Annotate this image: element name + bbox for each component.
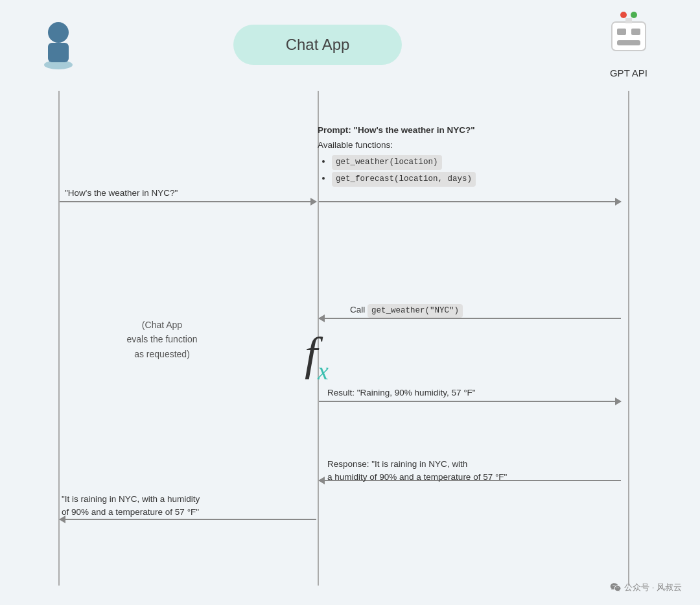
svg-rect-6 xyxy=(617,29,626,35)
svg-rect-8 xyxy=(617,40,640,45)
prompt-line2: Available functions: xyxy=(318,138,570,153)
func-symbol: fx xyxy=(305,331,329,383)
prompt-line1: Prompt: "How's the weather in NYC?" xyxy=(318,123,570,138)
watermark-text: 公众号 · 风叔云 xyxy=(624,582,682,593)
result-arrow xyxy=(319,401,621,402)
eval-text: (Chat Appevals the functionas requested) xyxy=(91,318,233,361)
person-lifeline xyxy=(58,91,60,586)
person-icon xyxy=(39,18,78,70)
svg-rect-9 xyxy=(625,18,632,23)
svg-point-3 xyxy=(620,12,627,18)
func1-item: get_weather(location) xyxy=(332,154,570,170)
prompt-box: Prompt: "How's the weather in NYC?" Avai… xyxy=(318,123,570,188)
func1-badge: get_weather(location) xyxy=(332,155,442,170)
svg-point-2 xyxy=(48,22,69,43)
gpt-api-lifeline xyxy=(628,91,629,586)
response-label: Response: "It is raining in NYC, witha h… xyxy=(327,458,507,484)
chatapp-to-gpt-arrow xyxy=(319,201,621,202)
chat-app-title: Chat App xyxy=(286,36,350,54)
svg-rect-7 xyxy=(631,29,640,35)
wechat-icon xyxy=(610,582,622,593)
person-actor xyxy=(39,18,78,70)
gpt-to-chatapp-arrow xyxy=(319,318,621,319)
watermark: 公众号 · 风叔云 xyxy=(610,582,682,593)
call-function-label: Call get_weather("NYC") xyxy=(350,303,463,318)
user-to-chatapp-arrow xyxy=(60,201,316,202)
svg-rect-5 xyxy=(612,22,646,51)
gpt-api-label: GPT API xyxy=(610,67,648,78)
chat-app-box: Chat App xyxy=(233,25,402,65)
robot-icon xyxy=(603,12,655,64)
func2-badge: get_forecast(location, days) xyxy=(332,172,476,187)
result-label: Result: "Raining, 90% humidity, 57 °F" xyxy=(327,386,476,399)
call-function-code: get_weather("NYC") xyxy=(368,304,463,318)
svg-point-4 xyxy=(631,12,637,18)
gpt-api-actor: GPT API xyxy=(603,12,655,78)
func2-item: get_forecast(location, days) xyxy=(332,171,570,187)
diagram-container: GPT API Chat App Prompt: "How's the weat… xyxy=(0,0,700,605)
func-x-subscript: x xyxy=(318,357,329,385)
svg-rect-1 xyxy=(48,43,69,62)
final-response-label: "It is raining in NYC, with a humidityof… xyxy=(62,493,262,519)
user-to-chatapp-label: "How's the weather in NYC?" xyxy=(65,187,178,200)
